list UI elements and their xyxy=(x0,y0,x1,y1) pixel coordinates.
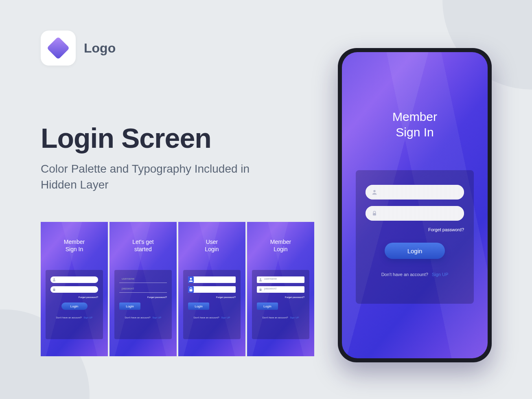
thumb-getstarted: Let's get started username password Forg… xyxy=(109,222,177,356)
username-input[interactable]: username xyxy=(257,276,304,283)
svg-point-4 xyxy=(260,278,261,280)
thumb-userlogin: User Login Forget password? Login Don't … xyxy=(178,222,245,356)
logo-text: Logo xyxy=(84,41,116,56)
thumbnail-row: Member Sign In Forget password? Login Do… xyxy=(41,222,314,356)
signup-prompt: Don't have an account? xyxy=(125,316,151,319)
svg-rect-5 xyxy=(260,289,262,291)
lock-icon xyxy=(258,287,263,292)
signup-row: Don't have an account? Sign UP xyxy=(50,316,98,319)
thumb-member-signin: Member Sign In Forget password? Login Do… xyxy=(41,222,108,356)
signup-prompt: Don't have an account? xyxy=(381,272,428,277)
signup-prompt: Don't have an account? xyxy=(263,316,288,319)
user-icon xyxy=(258,278,263,282)
svg-rect-1 xyxy=(53,289,55,291)
signup-link[interactable]: Sign UP xyxy=(432,272,448,277)
lock-icon xyxy=(52,287,56,292)
forgot-password-link[interactable]: Forget password? xyxy=(257,296,304,298)
username-placeholder: username xyxy=(122,277,134,280)
thumb-card: username password Forget password? Login… xyxy=(252,270,309,339)
thumb-title: User Login xyxy=(178,238,245,253)
logo-block: Logo xyxy=(41,31,116,66)
password-input[interactable] xyxy=(50,286,98,293)
page-subhead: Color Palette and Typography Included in… xyxy=(41,161,269,193)
username-input[interactable]: username xyxy=(119,276,167,283)
signup-row: Don't have an account? Sign UP xyxy=(119,316,167,319)
signup-link[interactable]: Sign UP xyxy=(83,316,92,319)
svg-point-2 xyxy=(190,278,192,280)
thumb-card: Forget password? Login Don't have an acc… xyxy=(46,270,103,339)
password-input[interactable]: password xyxy=(257,286,304,293)
username-placeholder: username xyxy=(264,277,277,280)
signup-link[interactable]: Sign UP xyxy=(221,316,230,319)
lock-icon xyxy=(371,210,378,217)
login-button[interactable]: Login xyxy=(188,303,209,310)
signup-prompt: Don't have an account? xyxy=(194,316,219,319)
user-icon xyxy=(188,276,194,283)
username-input[interactable] xyxy=(50,276,98,283)
thumb-card: Forget password? Login Don't have an acc… xyxy=(183,270,241,339)
thumb-memberlogin: Member Login username password Forget pa… xyxy=(247,222,314,356)
forgot-password-link[interactable]: Forget password? xyxy=(119,296,167,298)
password-placeholder: password xyxy=(122,287,134,290)
diamond-icon xyxy=(47,37,70,60)
signup-prompt: Don't have an account? xyxy=(56,316,82,319)
user-icon xyxy=(371,189,378,195)
phone-mockup: Member Sign In Forget password? Login Do… xyxy=(338,48,492,362)
forgot-password-link[interactable]: Forget password? xyxy=(188,296,236,298)
username-input[interactable] xyxy=(366,185,464,200)
svg-point-0 xyxy=(53,278,55,280)
user-icon xyxy=(52,278,56,282)
thumb-card: username password Forget password? Login… xyxy=(114,270,172,339)
login-button[interactable]: Login xyxy=(385,243,445,259)
svg-rect-3 xyxy=(190,289,193,291)
svg-point-6 xyxy=(373,190,375,192)
password-input[interactable] xyxy=(188,286,236,293)
login-button[interactable]: Login xyxy=(119,303,140,310)
login-card: Forget password? Login Don't have an acc… xyxy=(356,170,474,304)
signup-link[interactable]: Sign UP xyxy=(152,316,161,319)
signup-row: Don't have an account? Sign UP xyxy=(366,272,464,277)
screen-title: Member Sign In xyxy=(342,109,488,140)
svg-rect-7 xyxy=(373,213,376,215)
thumb-title: Member Sign In xyxy=(41,238,108,253)
phone-screen: Member Sign In Forget password? Login Do… xyxy=(342,52,488,358)
forgot-password-link[interactable]: Forget password? xyxy=(366,227,464,232)
login-button[interactable]: Login xyxy=(257,303,278,310)
page-headline: Login Screen xyxy=(41,122,211,154)
logo-icon xyxy=(41,31,76,66)
password-input[interactable] xyxy=(366,206,464,221)
signup-row: Don't have an account? Sign UP xyxy=(188,316,236,319)
thumb-title: Let's get started xyxy=(109,238,177,253)
signup-link[interactable]: Sign UP xyxy=(290,316,299,319)
forgot-password-link[interactable]: Forget password? xyxy=(50,296,98,298)
password-input[interactable]: password xyxy=(119,286,167,293)
login-button[interactable]: Login xyxy=(61,303,88,310)
lock-icon xyxy=(188,286,194,293)
thumb-title: Member Login xyxy=(247,238,314,253)
username-input[interactable] xyxy=(188,276,236,283)
password-placeholder: password xyxy=(264,287,276,290)
signup-row: Don't have an account? Sign UP xyxy=(257,316,304,319)
